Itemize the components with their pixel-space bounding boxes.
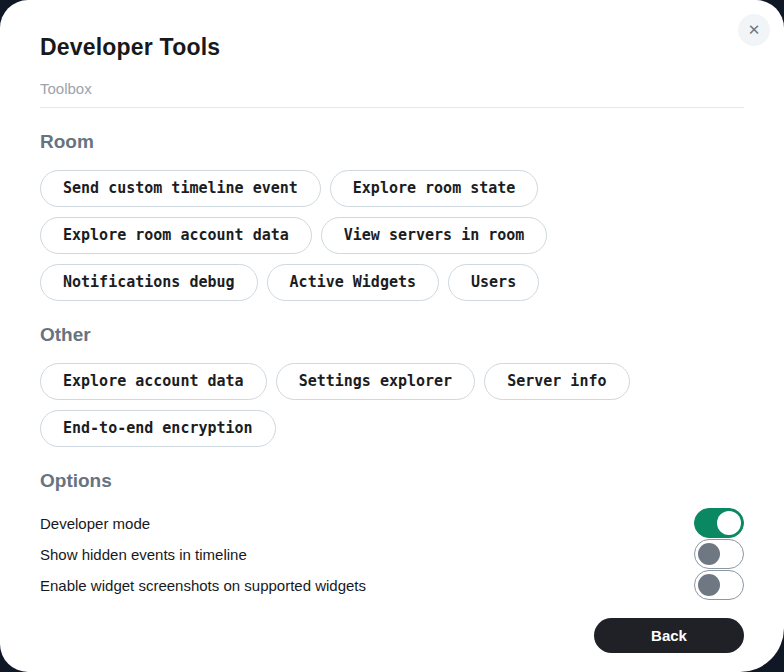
toggle-knob — [717, 511, 741, 535]
toggle-knob — [698, 574, 720, 596]
button-explore-room-state[interactable]: Explore room state — [330, 170, 539, 207]
room-button-group: Send custom timeline event Explore room … — [40, 170, 744, 301]
close-button[interactable]: ✕ — [738, 14, 770, 46]
option-label: Enable widget screenshots on supported w… — [40, 577, 366, 594]
button-view-servers-in-room[interactable]: View servers in room — [321, 217, 548, 254]
widget-screenshots-toggle[interactable] — [694, 570, 744, 600]
toggle-knob — [698, 543, 720, 565]
dialog-title: Developer Tools — [40, 34, 744, 61]
button-settings-explorer[interactable]: Settings explorer — [276, 363, 476, 400]
option-row-show-hidden-events: Show hidden events in timeline — [40, 540, 744, 568]
button-server-info[interactable]: Server info — [484, 363, 629, 400]
option-row-developer-mode: Developer mode — [40, 509, 744, 537]
button-send-custom-timeline-event[interactable]: Send custom timeline event — [40, 170, 321, 207]
section-heading-options: Options — [40, 470, 744, 492]
button-notifications-debug[interactable]: Notifications debug — [40, 264, 258, 301]
button-explore-room-account-data[interactable]: Explore room account data — [40, 217, 312, 254]
show-hidden-events-toggle[interactable] — [694, 539, 744, 569]
options-list: Developer mode Show hidden events in tim… — [40, 509, 744, 599]
back-button[interactable]: Back — [594, 618, 744, 653]
option-label: Show hidden events in timeline — [40, 546, 247, 563]
developer-mode-toggle[interactable] — [694, 508, 744, 538]
option-row-widget-screenshots: Enable widget screenshots on supported w… — [40, 571, 744, 599]
dialog-footer: Back — [40, 618, 744, 653]
dialog-subtitle: Toolbox — [40, 80, 744, 97]
divider — [40, 107, 744, 108]
option-label: Developer mode — [40, 515, 150, 532]
button-end-to-end-encryption[interactable]: End-to-end encryption — [40, 410, 276, 447]
other-button-group: Explore account data Settings explorer S… — [40, 363, 744, 447]
section-heading-other: Other — [40, 324, 744, 346]
button-users[interactable]: Users — [448, 264, 539, 301]
developer-tools-dialog: ✕ Developer Tools Toolbox Room Send cust… — [0, 0, 784, 672]
section-heading-room: Room — [40, 131, 744, 153]
button-active-widgets[interactable]: Active Widgets — [267, 264, 439, 301]
close-icon: ✕ — [748, 21, 761, 38]
button-explore-account-data[interactable]: Explore account data — [40, 363, 267, 400]
